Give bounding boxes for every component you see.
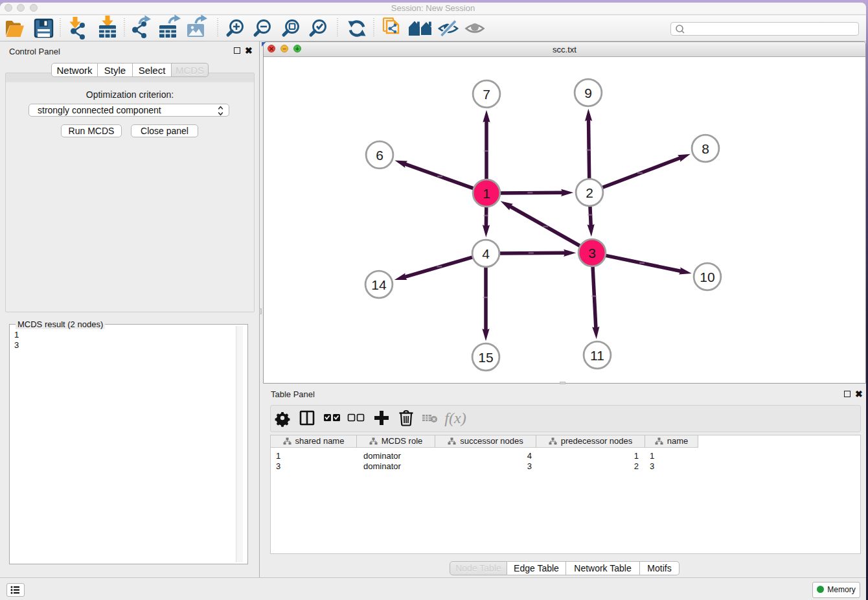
svg-text:9: 9 <box>584 86 592 100</box>
svg-text:f(x): f(x) <box>444 410 466 426</box>
svg-text:10: 10 <box>700 270 714 284</box>
svg-text:11: 11 <box>590 348 604 363</box>
svg-text:3: 3 <box>588 246 596 260</box>
svg-text:7: 7 <box>483 87 490 102</box>
svg-text:8: 8 <box>702 141 709 156</box>
svg-text:2: 2 <box>586 185 593 200</box>
svg-text:1: 1 <box>483 186 490 201</box>
svg-text:6: 6 <box>376 148 383 163</box>
svg-text:15: 15 <box>478 350 493 365</box>
svg-text:4: 4 <box>482 246 490 261</box>
svg-text:14: 14 <box>371 277 387 292</box>
